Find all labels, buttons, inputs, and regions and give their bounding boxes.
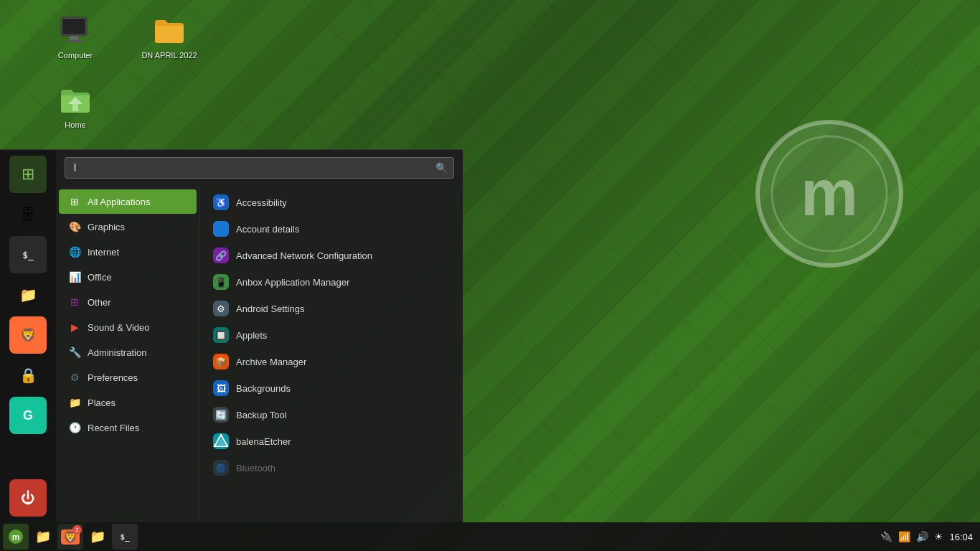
- computer-icon[interactable]: Computer: [47, 13, 104, 60]
- sidebar-db-icon[interactable]: 🗄: [9, 196, 47, 233]
- app-advanced-network[interactable]: 🔗 Advanced Network Configuration: [203, 242, 460, 268]
- brave-taskbar-btn[interactable]: 🦁 2: [57, 524, 83, 550]
- sidebar-brave-icon[interactable]: 🦁: [9, 316, 47, 354]
- search-icon: 🔍: [435, 162, 448, 174]
- office-icon: 📊: [67, 270, 82, 284]
- search-bar: 🔍: [56, 150, 463, 186]
- desktop: m Computer DN APRIL 2022: [0, 0, 980, 551]
- category-list: ⊞ All Applications 🎨 Graphics 🌐 Internet…: [56, 186, 199, 522]
- dn-april-folder[interactable]: DN APRIL 2022: [141, 13, 198, 60]
- backup-tool-icon: 🔄: [213, 407, 229, 423]
- category-administration[interactable]: 🔧 Administration: [59, 340, 197, 364]
- app-android-settings[interactable]: ⚙ Android Settings: [203, 296, 460, 321]
- sidebar-apps-icon[interactable]: ⊞: [9, 156, 47, 193]
- svg-rect-5: [70, 36, 78, 40]
- brave-badge: 2: [72, 525, 82, 534]
- sound-video-icon: ▶: [67, 320, 82, 334]
- svg-rect-6: [65, 40, 83, 42]
- category-places[interactable]: 📁 Places: [59, 390, 197, 415]
- android-settings-icon: ⚙: [213, 301, 229, 316]
- taskbar-right: 🔌 📶 🔊 ☀ 16:04: [880, 531, 980, 542]
- graphics-icon: 🎨: [67, 220, 82, 234]
- sidebar-terminal-icon[interactable]: $_: [9, 236, 47, 273]
- sidebar-grammarly-icon[interactable]: G: [9, 397, 47, 434]
- anbox-icon: 📱: [213, 274, 229, 290]
- sidebar-power-icon[interactable]: ⏻: [9, 479, 47, 517]
- app-archive-manager[interactable]: 📦 Archive Manager: [203, 349, 460, 375]
- category-other[interactable]: ⊞ Other: [59, 290, 197, 314]
- app-backgrounds[interactable]: 🖼 Backgrounds: [203, 375, 460, 401]
- files-taskbar-btn[interactable]: 📁: [30, 524, 56, 550]
- administration-icon: 🔧: [67, 345, 82, 359]
- category-internet[interactable]: 🌐 Internet: [59, 240, 197, 264]
- sidebar-lock-icon[interactable]: 🔒: [9, 357, 47, 394]
- clock[interactable]: 16:04: [949, 532, 973, 542]
- svg-text:m: m: [12, 532, 20, 542]
- accessibility-icon: ♿: [213, 194, 229, 210]
- search-input[interactable]: [71, 158, 435, 178]
- app-backup-tool[interactable]: 🔄 Backup Tool: [203, 402, 460, 428]
- app-balena-etcher[interactable]: balenaEtcher: [203, 428, 460, 454]
- sound-icon[interactable]: 🔊: [916, 531, 928, 542]
- preferences-icon: ⚙: [67, 370, 82, 385]
- wifi-icon[interactable]: 📶: [898, 531, 910, 542]
- recent-files-icon: 🕐: [67, 420, 82, 435]
- app-account-details[interactable]: 👤 Account details: [203, 216, 460, 242]
- category-preferences[interactable]: ⚙ Preferences: [59, 365, 197, 390]
- apps-list: ♿ Accessibility 👤 Account details 🔗: [199, 186, 463, 522]
- home-folder[interactable]: Home: [47, 83, 104, 130]
- category-sound-video[interactable]: ▶ Sound & Video: [59, 315, 197, 339]
- svg-rect-4: [62, 19, 85, 34]
- category-all-applications[interactable]: ⊞ All Applications: [59, 189, 197, 214]
- menu-main: 🔍 ⊞ All Applications 🎨 Graphics: [56, 150, 463, 522]
- category-graphics[interactable]: 🎨 Graphics: [59, 215, 197, 239]
- brightness-icon[interactable]: ☀: [934, 531, 943, 542]
- svg-text:m: m: [801, 157, 858, 229]
- places-icon: 📁: [67, 395, 82, 410]
- advanced-network-icon: 🔗: [213, 248, 229, 263]
- files2-taskbar-btn[interactable]: 📁: [85, 524, 110, 550]
- menu-panel: ⊞ 🗄 $_ 📁 🦁 🔒 G ⏻: [0, 149, 463, 522]
- mint-logo-desktop: m: [750, 115, 908, 276]
- menu-sidebar: ⊞ 🗄 $_ 📁 🦁 🔒 G ⏻: [0, 150, 56, 522]
- balena-etcher-icon: [213, 433, 229, 449]
- app-bluetooth[interactable]: 🔵 Bluetooth: [203, 455, 460, 481]
- sidebar-files-icon[interactable]: 📁: [9, 276, 47, 314]
- archive-manager-icon: 📦: [213, 354, 229, 369]
- category-office[interactable]: 📊 Office: [59, 265, 197, 289]
- account-details-icon: 👤: [213, 221, 229, 237]
- search-input-wrap[interactable]: 🔍: [65, 157, 454, 179]
- internet-icon: 🌐: [67, 245, 82, 259]
- other-icon: ⊞: [67, 295, 82, 309]
- all-apps-icon: ⊞: [67, 194, 82, 209]
- menu-content: ⊞ All Applications 🎨 Graphics 🌐 Internet…: [56, 186, 463, 522]
- applets-icon: 🔲: [213, 327, 229, 343]
- app-accessibility[interactable]: ♿ Accessibility: [203, 189, 460, 215]
- network-manager-icon[interactable]: 🔌: [880, 531, 892, 542]
- app-applets[interactable]: 🔲 Applets: [203, 322, 460, 348]
- bluetooth-icon: 🔵: [213, 460, 229, 476]
- taskbar-left: m 📁 🦁 2 📁 $_: [0, 524, 138, 550]
- app-anbox[interactable]: 📱 Anbox Application Manager: [203, 269, 460, 295]
- terminal-taskbar-btn[interactable]: $_: [112, 524, 138, 550]
- mint-menu-button[interactable]: m: [3, 524, 29, 550]
- taskbar: m 📁 🦁 2 📁 $_ 🔌 📶: [0, 522, 980, 551]
- category-recent-files[interactable]: 🕐 Recent Files: [59, 415, 197, 440]
- backgrounds-icon: 🖼: [213, 380, 229, 396]
